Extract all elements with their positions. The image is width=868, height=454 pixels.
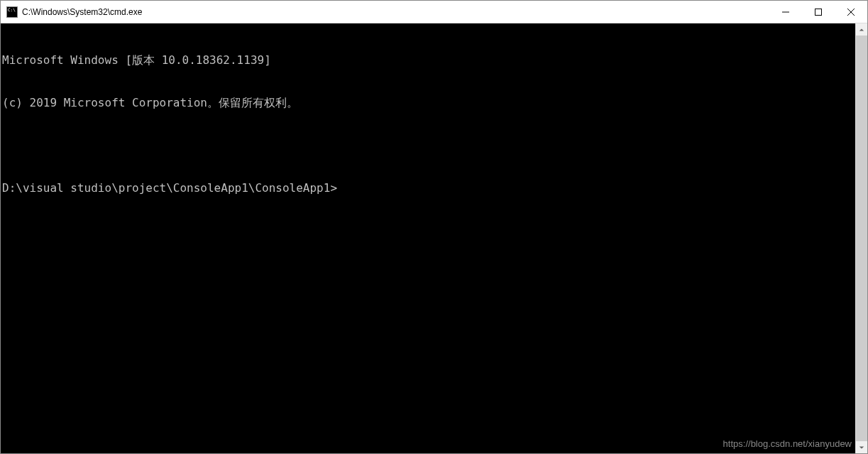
terminal-prompt[interactable]: D:\visual studio\project\ConsoleApp1\Con…	[2, 181, 854, 195]
vertical-scrollbar[interactable]	[855, 23, 867, 453]
terminal-line: Microsoft Windows [版本 10.0.18362.1139]	[2, 53, 854, 67]
maximize-icon	[815, 9, 822, 16]
content-area: Microsoft Windows [版本 10.0.18362.1139] (…	[1, 23, 867, 453]
window-title: C:\Windows\System32\cmd.exe	[22, 7, 769, 17]
titlebar[interactable]: C:\Windows\System32\cmd.exe	[1, 1, 867, 23]
terminal-output[interactable]: Microsoft Windows [版本 10.0.18362.1139] (…	[1, 23, 855, 453]
chevron-down-icon	[859, 445, 864, 450]
minimize-icon	[782, 9, 789, 16]
cmd-icon	[6, 6, 18, 18]
cmd-window: C:\Windows\System32\cmd.exe Micro	[0, 0, 868, 454]
terminal-line: (c) 2019 Microsoft Corporation。保留所有权利。	[2, 96, 854, 110]
terminal-line	[2, 139, 854, 153]
scroll-down-button[interactable]	[856, 441, 867, 453]
close-icon	[847, 9, 855, 16]
chevron-up-icon	[859, 27, 864, 33]
scroll-up-button[interactable]	[856, 23, 867, 36]
window-controls	[769, 1, 867, 23]
scroll-track[interactable]	[856, 36, 867, 441]
minimize-button[interactable]	[769, 1, 802, 23]
svg-rect-1	[815, 9, 822, 15]
close-button[interactable]	[835, 1, 867, 23]
maximize-button[interactable]	[802, 1, 835, 23]
scroll-thumb[interactable]	[856, 36, 867, 441]
